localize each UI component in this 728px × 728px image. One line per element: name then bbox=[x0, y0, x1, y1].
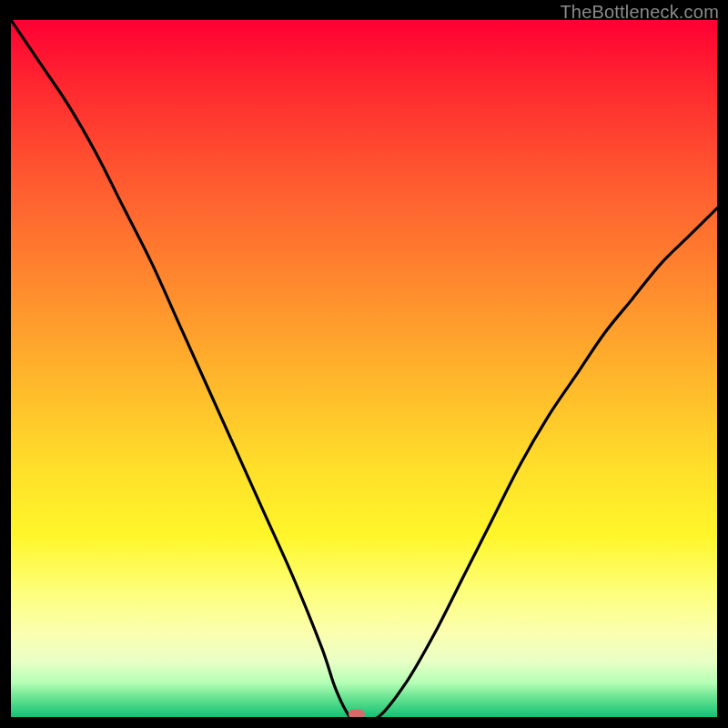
bottleneck-curve bbox=[11, 20, 717, 717]
optimum-marker bbox=[349, 710, 365, 718]
plot-area bbox=[11, 20, 717, 717]
chart-stage: TheBottleneck.com bbox=[0, 0, 728, 728]
